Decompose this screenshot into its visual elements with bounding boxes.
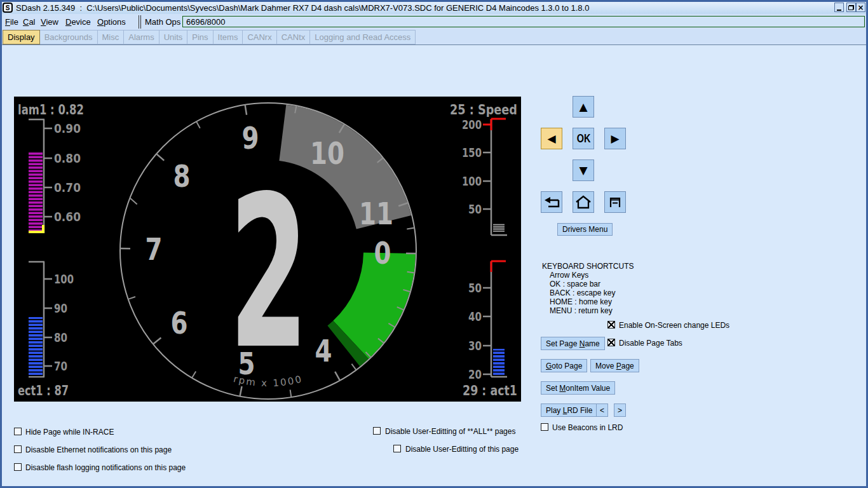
menu-bar: File Cal View Device Options Math Ops 66… <box>2 14 866 30</box>
tab-items[interactable]: Items <box>213 30 243 44</box>
tick-label: 50 <box>468 280 482 295</box>
lrd-next-button[interactable]: > <box>614 403 626 417</box>
ect1-label: ect1 : 87 <box>18 383 69 398</box>
window-title: SDash 2.15.349 : C:\Users\Public\Documen… <box>16 3 589 13</box>
use-beacons-checkbox[interactable] <box>541 423 548 431</box>
tick-label: 150 <box>462 145 482 160</box>
tab-pins[interactable]: Pins <box>187 30 213 44</box>
dial-number: 11 <box>359 196 393 231</box>
dial-number: 4 <box>315 333 332 369</box>
dial-number: 10 <box>310 135 344 171</box>
disable-page-tabs-checkbox[interactable] <box>607 339 615 346</box>
up-arrow-icon: ▲ <box>579 100 587 113</box>
act1-bar <box>493 349 505 375</box>
nav-menu-button[interactable] <box>604 191 626 213</box>
disable-page-tabs-label: Disable Page Tabs <box>619 339 682 348</box>
math-ops-label: Math Ops <box>145 17 180 27</box>
nav-down-button[interactable]: ▼ <box>573 159 594 181</box>
dash-preview[interactable]: 2 9 10 11 0 4 5 6 7 8 rpm x 1000 la <box>14 97 521 402</box>
move-page-button[interactable]: Move Page <box>590 359 639 372</box>
minimize-button[interactable] <box>834 3 844 12</box>
tab-cantx[interactable]: CANtx <box>276 30 311 44</box>
disable-ethernet-checkbox[interactable] <box>14 445 22 453</box>
tab-display[interactable]: Display <box>3 30 40 44</box>
menu-file[interactable]: File <box>5 17 18 27</box>
tick-label: 0.80 <box>54 151 81 166</box>
lam1-marker <box>42 225 44 233</box>
tick-label: 0.70 <box>54 180 81 195</box>
app-window: S SDash 2.15.349 : C:\Users\Public\Docum… <box>0 0 868 488</box>
menu-cal[interactable]: Cal <box>23 17 36 27</box>
nav-left-button[interactable]: ◀ <box>541 128 562 149</box>
shortcut-line: BACK : escape key <box>542 288 634 297</box>
enable-leds-label: Enable On-Screen change LEDs <box>619 321 729 330</box>
hide-page-in-race-checkbox[interactable] <box>14 428 22 435</box>
title-bar: S SDash 2.15.349 : C:\Users\Public\Docum… <box>2 2 866 14</box>
ect1-bar <box>29 317 43 376</box>
tick-label: 40 <box>468 309 482 324</box>
math-ops-progress-text: 6696/8000 <box>186 17 225 27</box>
menu-device[interactable]: Device <box>65 17 91 27</box>
math-ops-progress: 6696/8000 <box>182 16 865 27</box>
ok-label: OK <box>576 132 590 146</box>
nav-home-button[interactable] <box>573 191 594 213</box>
play-lrd-file-button[interactable]: Play LRD File <box>541 403 597 417</box>
act1-label: 29 : act1 <box>463 383 517 398</box>
lam1-label: lam1 : 0.82 <box>18 102 84 118</box>
use-beacons-label: Use Beacons in LRD <box>552 423 623 432</box>
lrd-prev-button[interactable]: < <box>596 403 608 417</box>
shortcuts-heading: KEYBOARD SHORTCUTS <box>542 262 634 271</box>
home-icon <box>574 194 592 210</box>
tab-units[interactable]: Units <box>159 30 188 44</box>
set-page-name-button[interactable]: Set Page Name <box>541 337 605 350</box>
nav-right-button[interactable]: ▶ <box>604 128 626 149</box>
keyboard-shortcuts: KEYBOARD SHORTCUTS Arrow Keys OK : space… <box>542 262 634 315</box>
tab-backgrounds[interactable]: Backgrounds <box>39 30 98 44</box>
minimize-icon <box>837 10 841 11</box>
tab-alarms[interactable]: Alarms <box>123 30 159 44</box>
tab-misc[interactable]: Misc <box>97 30 125 44</box>
down-arrow-icon: ▼ <box>579 164 587 177</box>
right-arrow-icon: ▶ <box>611 132 619 145</box>
restore-button[interactable] <box>846 3 856 12</box>
tick-label: 200 <box>462 117 482 132</box>
nav-ok-button[interactable]: OK <box>573 128 594 149</box>
menu-icon <box>606 194 624 210</box>
left-arrow-icon: ◀ <box>547 132 555 145</box>
set-monitem-value-button[interactable]: Set MonItem Value <box>541 381 615 395</box>
dial-number: 6 <box>171 305 188 341</box>
disable-flash-logging-checkbox[interactable] <box>14 463 22 471</box>
dial-number: 8 <box>173 158 191 194</box>
goto-page-button[interactable]: Goto Page <box>541 359 587 372</box>
shortcut-line: HOME : home key <box>542 297 634 306</box>
enable-leds-checkbox[interactable] <box>607 321 615 329</box>
disable-flash-logging-label: Disasble flash logging notifications on … <box>25 463 186 472</box>
tick-label: 100 <box>462 173 482 189</box>
tick-label: 90 <box>54 301 67 316</box>
nav-back-button[interactable] <box>541 191 562 213</box>
tick-label: 0.90 <box>54 121 81 136</box>
shortcut-line: OK : space bar <box>542 280 634 288</box>
back-icon <box>543 194 560 210</box>
tick-label: 30 <box>468 338 482 353</box>
close-button[interactable]: × <box>856 3 865 12</box>
disable-edit-all-checkbox[interactable] <box>373 427 381 435</box>
disable-edit-this-checkbox[interactable] <box>393 445 401 452</box>
menu-options[interactable]: Options <box>97 17 126 27</box>
speed-label: 25 : Speed <box>450 102 517 118</box>
menu-view[interactable]: View <box>41 17 58 27</box>
speed-bar <box>493 224 505 232</box>
toolbar-grip-icon <box>139 15 141 29</box>
drivers-menu-button[interactable]: Drivers Menu <box>557 223 613 236</box>
dial-number: 9 <box>242 120 259 156</box>
close-icon: × <box>857 4 864 11</box>
tab-canrx[interactable]: CANrx <box>242 30 276 44</box>
lam1-bar <box>29 151 43 231</box>
tick-label: 0.60 <box>54 209 81 224</box>
nav-up-button[interactable]: ▲ <box>573 96 594 118</box>
disable-edit-this-label: Disable User-Editting of this page <box>405 445 519 454</box>
tab-logging-read-access[interactable]: Logging and Read Access <box>309 30 416 44</box>
tick-label: 100 <box>54 271 74 287</box>
shortcut-line: MENU : return key <box>542 306 634 315</box>
tick-label: 50 <box>468 201 482 217</box>
